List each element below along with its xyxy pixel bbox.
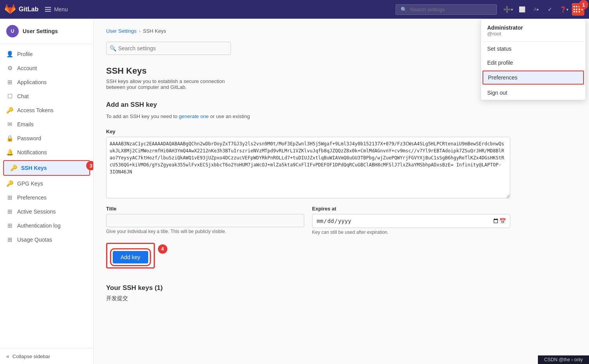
sidebar-item-usage-quotas[interactable]: ⊞ Usage Quotas <box>0 233 93 247</box>
form-row-title-expires: Title 开发提交 Give your individual key a ti… <box>106 206 510 235</box>
gitlab-brand[interactable]: GitLab <box>5 4 39 15</box>
dropdown-item-sign-out[interactable]: Sign out <box>481 86 585 100</box>
menu-toggle[interactable]: Menu <box>45 6 68 12</box>
hamburger-icon <box>45 7 51 12</box>
navbar-right-icons: ➕ ▾ ⬜ ⑃ ▾ ✓ ❓ ▾ <box>502 3 584 16</box>
issues-icon: ⬜ <box>519 6 525 12</box>
sidebar-label-password: Password <box>17 135 41 141</box>
your-keys-title: Your SSH keys (1) <box>106 284 510 292</box>
chevron-left-icon: « <box>6 353 9 359</box>
annotation-4: 4 <box>158 244 167 254</box>
sidebar-item-active-sessions[interactable]: ⊞ Active Sessions <box>0 205 93 219</box>
applications-icon: ⊞ <box>6 79 13 86</box>
emails-icon: ✉ <box>6 121 13 128</box>
title-label: Title <box>106 206 304 212</box>
breadcrumb-current: SSH Keys <box>143 28 166 34</box>
expires-date-wrap: 📅 <box>312 214 510 228</box>
breadcrumb-parent[interactable]: User Settings <box>106 28 137 34</box>
help-icon: ❓ <box>560 6 566 12</box>
user-dropdown: Administrator @root Set status Edit prof… <box>481 19 586 100</box>
gitlab-text: GitLab <box>19 6 39 13</box>
sidebar-label-usage-quotas: Usage Quotas <box>17 237 52 243</box>
key-textarea[interactable]: AAAAB3NzaC1yc2EAAAADAQABAABgQChn2wDbrOoy… <box>106 137 510 198</box>
dropdown-item-set-status[interactable]: Set status <box>481 42 585 56</box>
merge-requests-icon-btn[interactable]: ⑃ ▾ <box>530 3 542 16</box>
search-bar[interactable]: 🔍 <box>396 4 497 15</box>
sidebar-item-auth-log[interactable]: ⊞ Authentication log <box>0 219 93 233</box>
gpg-keys-icon: 🔑 <box>6 180 13 187</box>
sidebar-header: U User Settings <box>0 19 93 44</box>
issues-icon-btn[interactable]: ⬜ <box>516 3 528 16</box>
title-hint: Give your individual key a title. This w… <box>106 229 304 234</box>
sidebar-label-active-sessions: Active Sessions <box>17 209 56 215</box>
check-icon: ✓ <box>548 6 552 12</box>
chat-icon: ☐ <box>6 93 13 100</box>
sidebar: U User Settings 👤 Profile ⚙ Account ⊞ Ap… <box>0 19 94 364</box>
search-settings-container: 🔍 <box>106 42 510 55</box>
breadcrumb: User Settings › SSH Keys <box>106 28 510 34</box>
plus-icon: ➕ <box>503 6 511 13</box>
sidebar-item-password[interactable]: 🔒 Password <box>0 131 93 145</box>
sidebar-label-auth-log: Authentication log <box>17 223 60 229</box>
ssh-right-panel: Add an SSH key To add an SSH key you nee… <box>106 101 510 304</box>
add-key-button[interactable]: Add key <box>113 251 148 263</box>
sidebar-item-gpg-keys[interactable]: 🔑 GPG Keys <box>0 177 93 191</box>
desc-text-mid: or use an existing <box>210 113 250 119</box>
search-settings-input[interactable] <box>106 42 231 55</box>
preferences-icon: ⊞ <box>6 194 13 201</box>
breadcrumb-separator: › <box>139 28 140 34</box>
account-icon: ⚙ <box>6 65 13 72</box>
generate-link[interactable]: generate one <box>179 113 209 119</box>
collapse-sidebar-btn[interactable]: « Collapse sidebar <box>0 348 93 364</box>
plus-icon-btn[interactable]: ➕ ▾ <box>502 3 514 16</box>
user-avatar-btn[interactable]: ▾ 1 <box>572 3 584 16</box>
dropdown-item-edit-profile[interactable]: Edit profile <box>481 56 585 70</box>
sidebar-item-applications[interactable]: ⊞ Applications <box>0 75 93 89</box>
sidebar-label-profile: Profile <box>17 51 33 57</box>
sidebar-item-ssh-keys[interactable]: 🔑 SSH Keys 3 <box>3 160 90 176</box>
form-group-title: Title 开发提交 Give your individual key a ti… <box>106 206 304 235</box>
gitlab-logo-icon <box>5 4 16 15</box>
dropdown-handle: @root <box>487 31 579 37</box>
sidebar-title: User Settings <box>23 28 58 34</box>
chevron-down-small-icon: ▾ <box>511 7 513 12</box>
search-settings-icon: 🔍 <box>110 45 116 51</box>
ssh-form-container: Add an SSH key To add an SSH key you nee… <box>106 101 510 304</box>
bottom-bar: CSDN @the › only <box>538 355 589 364</box>
sidebar-label-notifications: Notifications <box>17 149 47 155</box>
expires-hint: Key can still be used after expiration. <box>312 230 510 235</box>
access-tokens-icon: 🔑 <box>6 107 13 114</box>
sidebar-item-preferences[interactable]: ⊞ Preferences <box>0 191 93 205</box>
usage-quotas-icon: ⊞ <box>6 236 13 243</box>
sidebar-item-emails[interactable]: ✉ Emails <box>0 117 93 131</box>
annotation-3: 3 <box>86 161 94 170</box>
todo-icon-btn[interactable]: ✓ <box>544 3 556 16</box>
sidebar-item-chat[interactable]: ☐ Chat <box>0 89 93 103</box>
help-icon-btn[interactable]: ❓ ▾ <box>558 3 570 16</box>
sidebar-label-account: Account <box>17 65 37 71</box>
navbar: GitLab Menu 🔍 ➕ ▾ ⬜ ⑃ ▾ ✓ <box>0 0 589 19</box>
search-icon: 🔍 <box>401 7 407 12</box>
sidebar-nav: 👤 Profile ⚙ Account ⊞ Applications ☐ Cha… <box>0 44 93 348</box>
key-label: Key <box>106 129 510 134</box>
add-key-box: Add key <box>106 243 155 269</box>
sidebar-label-ssh-keys: SSH Keys <box>21 165 47 171</box>
sidebar-item-notifications[interactable]: 🔔 Notifications <box>0 145 93 159</box>
title-input[interactable]: 开发提交 <box>106 214 304 227</box>
page-description: SSH keys allow you to establish a secure… <box>106 78 239 90</box>
dropdown-item-preferences[interactable]: Preferences <box>483 71 584 85</box>
sidebar-item-access-tokens[interactable]: 🔑 Access Tokens <box>0 103 93 117</box>
expires-date-input[interactable] <box>316 217 499 224</box>
collapse-sidebar-label: Collapse sidebar <box>12 353 50 359</box>
desc-text-start: To add an SSH key you need to <box>106 113 179 119</box>
sidebar-item-account[interactable]: ⚙ Account <box>0 61 93 75</box>
bottom-bar-text: CSDN @the › only <box>544 357 583 362</box>
expires-label: Expires at <box>312 206 510 212</box>
search-input[interactable] <box>410 7 492 12</box>
page-title: SSH Keys <box>106 66 510 76</box>
user-avatar-sidebar: U <box>6 25 19 37</box>
sidebar-item-profile[interactable]: 👤 Profile <box>0 47 93 61</box>
sidebar-label-access-tokens: Access Tokens <box>17 107 53 113</box>
password-icon: 🔒 <box>6 135 13 142</box>
add-key-area: Add key 4 <box>106 243 155 269</box>
